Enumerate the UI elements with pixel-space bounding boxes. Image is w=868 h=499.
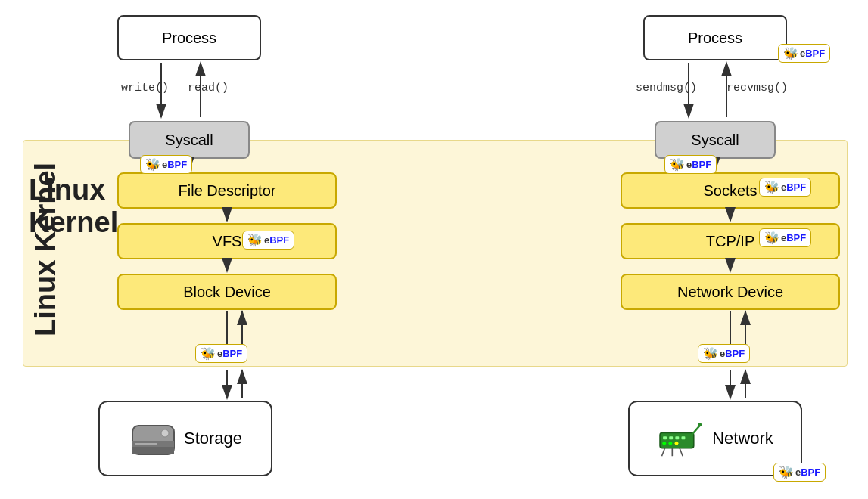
syscall-left-box: Syscall [129,121,250,159]
ebpf-block-device: 🐝 eBPF [195,344,247,363]
svg-rect-24 [135,443,157,445]
syscall-right-label: Syscall [691,132,739,149]
ebpf-sk-text: eBPF [781,181,806,193]
syscall-left-label: Syscall [165,132,213,149]
ebpf-nd-text: eBPF [720,348,745,359]
ebpf-vfs: 🐝 eBPF [242,231,294,250]
ebpf-sockets: 🐝 eBPF [759,178,811,197]
ebpf-text: eBPF [162,159,187,170]
diagram: Linux Kernel LinuxKernel [0,0,868,499]
svg-point-23 [161,429,169,437]
ebpf-nb-text: eBPF [795,466,820,478]
ebpf-network-box: 🐝 eBPF [773,463,826,482]
ebpf-tcpip: 🐝 eBPF [759,228,811,247]
vfs-label: VFS [213,233,242,250]
block-device-box: Block Device [117,274,337,310]
write-call-label: write() [121,82,169,95]
svg-line-37 [680,448,683,456]
process-left-box: Process [117,15,261,60]
syscall-right-box: Syscall [655,121,776,159]
sockets-label: Sockets [703,182,757,200]
tcpip-label: TCP/IP [706,233,754,250]
process-left-label: Process [162,29,216,47]
svg-point-33 [669,441,673,445]
block-device-label: Block Device [183,284,271,301]
ebpf-pr-text: eBPF [800,48,825,59]
process-right-box: Process [643,15,787,60]
process-right-label: Process [688,29,742,47]
svg-rect-25 [660,432,694,448]
svg-point-31 [698,423,702,426]
svg-rect-22 [132,447,174,454]
network-device-label: Network Device [677,284,783,301]
svg-rect-28 [676,436,680,439]
recvmsg-call-label: recvmsg() [726,82,788,95]
svg-rect-27 [669,436,673,439]
ebpf-tcp-bee-icon: 🐝 [764,231,779,245]
vfs-box: VFS [117,223,337,259]
ebpf-tcp-text: eBPF [781,232,806,243]
hdd-icon [129,414,178,463]
file-descriptor-label: File Descriptor [179,182,276,200]
ebpf-sr-bee-icon: 🐝 [670,157,685,172]
svg-rect-29 [682,436,686,439]
ebpf-bee-icon: 🐝 [145,157,160,172]
svg-point-34 [675,441,679,445]
ebpf-syscall-right: 🐝 eBPF [664,155,717,174]
storage-box: Storage [98,401,272,476]
kernel-label-text: LinuxKernel [29,174,82,239]
ebpf-vfs-bee-icon: 🐝 [247,233,263,247]
ebpf-syscall-left: 🐝 eBPF [140,155,192,174]
router-icon [657,414,706,463]
ebpf-bd-text: eBPF [217,348,242,359]
ebpf-nb-bee-icon: 🐝 [779,465,794,479]
file-descriptor-box: File Descriptor [117,172,337,209]
ebpf-bd-bee-icon: 🐝 [201,346,216,361]
ebpf-nd-bee-icon: 🐝 [703,346,718,361]
ebpf-pr-bee-icon: 🐝 [783,46,798,60]
svg-line-30 [692,425,700,433]
network-label: Network [712,429,773,448]
ebpf-sk-bee-icon: 🐝 [764,180,779,194]
svg-rect-26 [663,436,667,439]
sendmsg-call-label: sendmsg() [636,82,697,95]
ebpf-network-device: 🐝 eBPF [698,344,750,363]
ebpf-process-right: 🐝 eBPF [778,44,830,63]
svg-point-32 [662,441,666,445]
read-call-label: read() [188,82,229,95]
ebpf-sr-text: eBPF [686,159,711,170]
storage-label: Storage [184,429,242,448]
network-device-box: Network Device [621,274,840,310]
ebpf-vfs-text: eBPF [264,234,289,246]
svg-line-35 [662,448,665,456]
